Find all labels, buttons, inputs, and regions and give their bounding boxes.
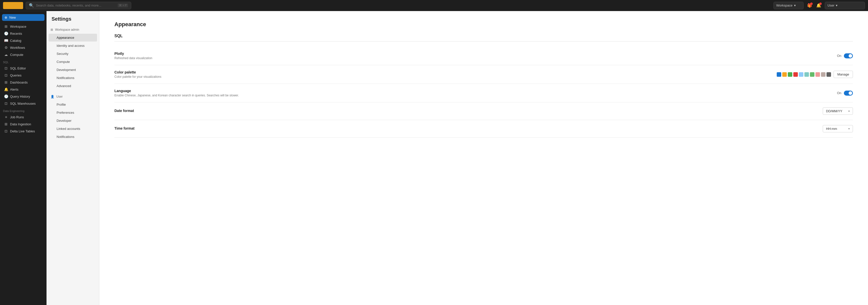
sidebar-item-dashboards[interactable]: ⊞ Dashboards xyxy=(1,79,45,86)
gift-icon[interactable]: 🎁 xyxy=(806,2,813,9)
appearance-title: Appearance xyxy=(115,21,853,28)
logo xyxy=(3,2,23,9)
sql-editor-icon: ⊡ xyxy=(4,66,8,70)
color-palette-setting-row: Color palette Color palette for your vis… xyxy=(115,65,853,84)
alerts-icon: 🔔 xyxy=(4,87,8,91)
date-format-control: DD/MM/YY ▾ xyxy=(823,107,853,115)
time-format-chevron-icon: ▾ xyxy=(848,127,850,130)
user-selector[interactable]: User ▾ xyxy=(825,2,865,9)
time-format-setting-info: Time format xyxy=(115,126,823,131)
sidebar-item-workspace[interactable]: ⊞ Workspace xyxy=(1,23,45,30)
settings-nav-security[interactable]: Security xyxy=(49,50,97,58)
catalog-icon: 📖 xyxy=(4,38,8,43)
workspace-icon: ⊞ xyxy=(4,24,8,28)
workspace-selector[interactable]: Workspace ▾ xyxy=(773,2,804,9)
settings-nav-notifications[interactable]: Notifications xyxy=(49,74,97,82)
search-icon: 🔍 xyxy=(29,3,34,8)
new-button-label: New xyxy=(9,16,16,19)
sidebar-item-alerts[interactable]: 🔔 Alerts xyxy=(1,86,45,93)
workspace-admin-group: ⊞ Workspace admin xyxy=(46,26,99,33)
search-shortcut: ⌘ + P xyxy=(118,3,128,7)
date-format-dropdown[interactable]: DD/MM/YY ▾ xyxy=(823,107,853,115)
sidebar-item-sql-editor[interactable]: ⊡ SQL Editor xyxy=(1,65,45,72)
plotly-toggle[interactable] xyxy=(844,53,853,58)
date-format-chevron-icon: ▾ xyxy=(848,110,850,112)
user-icon: 👤 xyxy=(51,95,54,99)
settings-nav-advanced[interactable]: Advanced xyxy=(49,82,97,90)
query-history-icon: 🕐 xyxy=(4,94,8,99)
settings-nav-user-notifications[interactable]: Notifications xyxy=(49,133,97,141)
settings-nav-compute[interactable]: Compute xyxy=(49,58,97,66)
time-format-value: HH:mm xyxy=(826,127,837,131)
date-format-value: DD/MM/YY xyxy=(826,109,842,113)
settings-nav-appearance[interactable]: Appearance xyxy=(49,34,97,41)
sidebar-item-sql-editor-label: SQL Editor xyxy=(10,66,26,70)
delta-live-tables-icon: ⊡ xyxy=(4,129,8,133)
sidebar-item-alerts-label: Alerts xyxy=(10,88,18,91)
dashboards-icon: ⊞ xyxy=(4,80,8,84)
plotly-desc: Refreshed data visualization xyxy=(115,56,837,60)
color-swatch-8 xyxy=(815,72,820,77)
date-format-setting-row: Date format DD/MM/YY ▾ xyxy=(115,103,853,120)
settings-nav-developer[interactable]: Developer xyxy=(49,117,97,124)
date-format-setting-info: Date format xyxy=(115,109,823,113)
data-ingestion-icon: ⊞ xyxy=(4,122,8,126)
settings-nav-identity[interactable]: Identity and access xyxy=(49,42,97,50)
sidebar-item-compute-label: Compute xyxy=(10,53,23,57)
sidebar-item-queries-label: Queries xyxy=(10,74,22,77)
sidebar-item-delta-live-tables[interactable]: ⊡ Delta Live Tables xyxy=(1,128,45,135)
sidebar-item-sql-warehouses-label: SQL Warehouses xyxy=(10,102,36,106)
sidebar-item-catalog-label: Catalog xyxy=(10,39,21,43)
sidebar-item-job-runs-label: Job Runs xyxy=(10,115,24,119)
language-setting-info: Language Enable Chinese, Japanese, and K… xyxy=(115,89,837,97)
sidebar-item-queries[interactable]: ⊡ Queries xyxy=(1,72,45,79)
sql-section-label: SQL xyxy=(0,58,46,65)
sidebar-item-query-history[interactable]: 🕐 Query History xyxy=(1,93,45,100)
new-button[interactable]: ⊕ New xyxy=(2,14,44,21)
sidebar-item-dashboards-label: Dashboards xyxy=(10,81,28,84)
sidebar-item-recents[interactable]: 🕐 Recents xyxy=(1,30,45,37)
sidebar-item-sql-warehouses[interactable]: ⊡ SQL Warehouses xyxy=(1,100,45,107)
sidebar-item-job-runs[interactable]: ≡ Job Runs xyxy=(1,113,45,120)
main-layout: ⊕ New ⊞ Workspace 🕐 Recents 📖 Catalog ⚙ … xyxy=(0,11,868,305)
settings-sidebar: Settings ⊞ Workspace admin Appearance Id… xyxy=(46,11,99,305)
color-swatch-2 xyxy=(782,72,787,77)
color-swatch-9 xyxy=(821,72,826,77)
date-format-label: Date format xyxy=(115,109,823,113)
plotly-setting-info: Plotly Refreshed data visualization xyxy=(115,52,837,60)
search-bar[interactable]: 🔍 ⌘ + P xyxy=(26,2,131,9)
language-control: On xyxy=(837,91,853,95)
queries-icon: ⊡ xyxy=(4,73,8,77)
settings-nav-linked-accounts[interactable]: Linked accounts xyxy=(49,125,97,133)
sidebar-item-workflows[interactable]: ⚙ Workflows xyxy=(1,44,45,51)
color-swatch-3 xyxy=(788,72,792,77)
settings-nav-preferences[interactable]: Preferences xyxy=(49,109,97,116)
sidebar-item-data-ingestion[interactable]: ⊞ Data Ingestion xyxy=(1,120,45,128)
plus-icon: ⊕ xyxy=(4,16,7,19)
workflows-icon: ⚙ xyxy=(4,46,8,50)
sql-warehouses-icon: ⊡ xyxy=(4,102,8,106)
color-swatch-7 xyxy=(810,72,814,77)
language-desc: Enable Chinese, Japanese, and Korean cha… xyxy=(115,93,837,97)
time-format-label: Time format xyxy=(115,126,823,130)
sidebar-item-compute[interactable]: ☁ Compute xyxy=(1,51,45,58)
gift-badge xyxy=(810,2,813,5)
sidebar-item-catalog[interactable]: 📖 Catalog xyxy=(1,37,45,44)
workspace-admin-icon: ⊞ xyxy=(51,28,53,31)
language-toggle-label: On xyxy=(837,91,841,95)
plotly-setting-row: Plotly Refreshed data visualization On xyxy=(115,47,853,65)
settings-nav-profile[interactable]: Profile xyxy=(49,101,97,108)
time-format-dropdown[interactable]: HH:mm ▾ xyxy=(823,125,853,132)
sql-section-title: SQL xyxy=(115,34,853,41)
language-toggle[interactable] xyxy=(844,91,853,95)
bell-icon[interactable]: 🔔 xyxy=(815,2,822,9)
search-input[interactable] xyxy=(36,3,116,7)
plotly-label: Plotly xyxy=(115,52,837,56)
color-palette-desc: Color palette for your visualizations xyxy=(115,75,777,79)
sidebar-item-query-history-label: Query History xyxy=(10,94,30,99)
manage-button[interactable]: Manage xyxy=(834,71,853,78)
de-section-label: Data Engineering xyxy=(0,107,46,113)
settings-nav-development[interactable]: Development xyxy=(49,66,97,74)
workspace-admin-label: Workspace admin xyxy=(55,28,79,31)
recents-icon: 🕐 xyxy=(4,31,8,35)
